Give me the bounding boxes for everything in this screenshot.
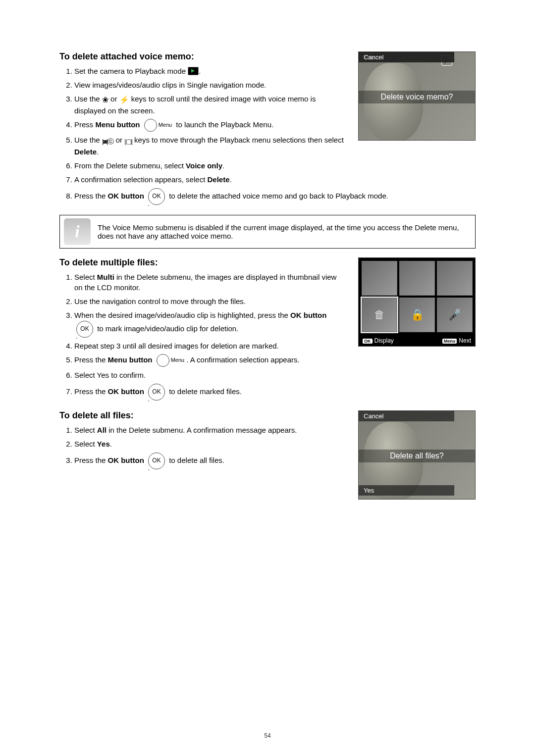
menu-button-icon: Menu — [157, 354, 185, 367]
thumbnail — [399, 261, 435, 296]
text: keys to move through the Playback menu s… — [132, 136, 344, 144]
text: Press the — [74, 387, 108, 396]
step: Select Yes to confirm. — [74, 370, 476, 381]
thumbnail — [437, 261, 473, 296]
text: Use the — [74, 95, 102, 103]
text: in the Delete submenu. A confirmation me… — [107, 426, 297, 434]
text-bold: Multi — [97, 273, 114, 281]
note-box: The Voice Memo submenu is disabled if th… — [59, 215, 476, 249]
ok-button-icon: OK — [148, 453, 165, 469]
text: . — [199, 67, 201, 75]
text: Use the — [74, 136, 102, 144]
text: to delete marked files. — [167, 387, 242, 396]
text: to launch the Playback Menu. — [174, 120, 273, 129]
display-left-icon: |◙|ⓒ — [102, 137, 114, 147]
text-bold: Delete — [207, 175, 229, 184]
page-number: 54 — [0, 732, 535, 739]
footer-left: OKDisplay — [363, 337, 394, 344]
thumbnail-selected: 🗑 — [362, 298, 397, 332]
text-bold: All — [97, 426, 107, 434]
flash-down-icon: ⚡ — [119, 94, 129, 105]
text: Select — [74, 273, 97, 281]
ok-badge: OK — [363, 339, 373, 344]
lcd-dialog-title: Delete all files? — [359, 450, 475, 462]
text: A confirmation selection appears, select — [74, 175, 207, 184]
footer-text: Next — [459, 337, 471, 344]
text: Select — [74, 426, 97, 434]
ok-button-icon: OK — [148, 384, 165, 401]
thumbnail — [362, 261, 397, 296]
lcd-delete-voice-memo: 🎤 Delete voice memo? Yes Cancel — [358, 51, 476, 141]
lcd-option-yes: Yes — [359, 485, 454, 496]
text: or — [113, 136, 124, 144]
footer-text: Display — [374, 337, 394, 344]
lcd-delete-all: Delete all files? Yes Cancel — [358, 410, 476, 500]
step: From the Delete submenu, select Voice on… — [74, 160, 476, 171]
step: Press the OK button OK to delete marked … — [74, 384, 476, 401]
display-right-icon: |▢| — [124, 137, 132, 147]
ok-button-icon: OK — [148, 188, 165, 205]
step: Press the OK button OK to delete the att… — [74, 188, 476, 205]
menu-button-icon: Menu — [144, 119, 172, 132]
text: . — [97, 148, 99, 156]
lcd-multi-delete: 🗑 🔒 🎤 OKDisplay MenuNext — [358, 257, 476, 347]
text: Select — [74, 440, 97, 448]
menu-badge: Menu — [442, 339, 457, 344]
step: A confirmation selection appears, select… — [74, 174, 476, 185]
text-bold: OK button — [290, 311, 326, 319]
trash-icon: 🗑 — [362, 298, 397, 332]
text: Set the camera to Playback mode — [74, 67, 188, 75]
mic-icon: 🎤 — [437, 298, 472, 332]
lcd-footer-bar: OKDisplay MenuNext — [359, 335, 475, 346]
text: . — [222, 161, 224, 170]
text: When the desired image/video/audio clip … — [74, 311, 290, 319]
text: or — [108, 95, 119, 103]
text: Press the — [74, 456, 108, 464]
text: Press the — [74, 355, 108, 364]
text: Press the — [74, 192, 108, 200]
ok-button-icon: OK — [76, 321, 93, 338]
lcd-option-cancel: Cancel — [359, 411, 454, 421]
text-bold: Menu button — [96, 120, 140, 129]
step: Press the Menu button Menu. A confirmati… — [74, 354, 476, 367]
text: From the Delete submenu, select — [74, 161, 186, 170]
macro-up-icon: ❀ — [102, 94, 108, 105]
text-bold: Voice only — [186, 161, 222, 170]
text-bold: OK button — [108, 387, 144, 396]
lock-icon: 🔒 — [400, 298, 434, 332]
info-icon — [64, 218, 91, 245]
text: Press — [74, 120, 96, 129]
thumbnail: 🎤 — [437, 298, 473, 332]
text-bold: Yes — [97, 440, 110, 448]
text: to mark image/video/audio clip for delet… — [95, 324, 238, 333]
playback-mode-icon — [188, 67, 199, 75]
text: . — [110, 440, 112, 448]
text: to delete all files. — [167, 456, 224, 464]
thumbnail: 🔒 — [399, 298, 435, 332]
note-text: The Voice Memo submenu is disabled if th… — [98, 223, 471, 240]
text-bold: OK button — [108, 456, 144, 464]
text-bold: OK button — [108, 192, 144, 200]
footer-right: MenuNext — [442, 337, 471, 344]
text-bold: Menu button — [108, 355, 153, 364]
lcd-option-cancel: Cancel — [359, 52, 454, 62]
text: . A confirmation selection appears. — [186, 355, 299, 364]
text: . — [230, 175, 232, 184]
text: to delete the attached voice memo and go… — [167, 192, 388, 200]
lcd-dialog-title: Delete voice memo? — [359, 91, 475, 103]
text-bold: Delete — [74, 148, 97, 156]
